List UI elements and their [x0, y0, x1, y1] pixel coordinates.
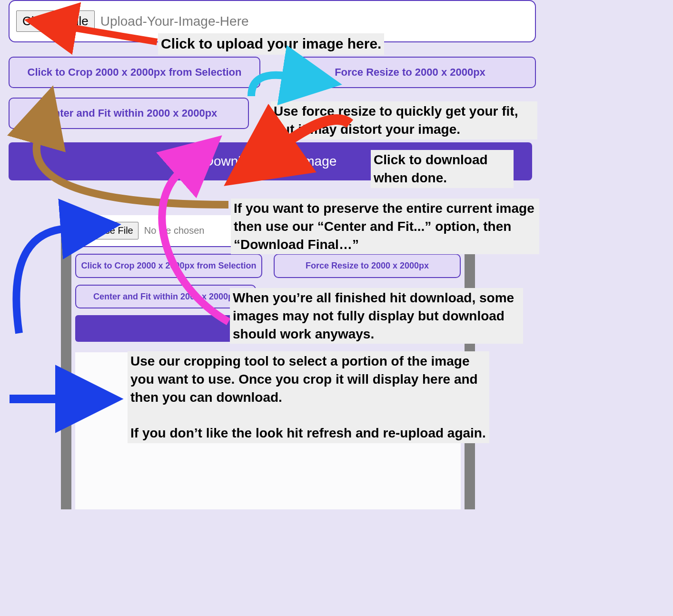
nested-upload-placeholder: No file chosen — [144, 225, 205, 236]
action-row-1: Click to Crop 2000 x 2000px from Selecti… — [9, 57, 536, 88]
upload-placeholder-text: Upload-Your-Image-Here — [100, 14, 249, 29]
annotation-center-fit: If you want to preserve the entire curre… — [231, 199, 539, 254]
force-resize-button[interactable]: Force Resize to 2000 x 2000px — [284, 57, 536, 88]
choose-file-button[interactable]: Choose File — [16, 10, 95, 32]
annotation-force-resize: Use force resize to quickly get your fit… — [271, 101, 537, 139]
nested-center-fit-button[interactable]: Center and Fit within 2000 x 2000px — [75, 285, 256, 309]
annotation-download: Click to download when done. — [371, 150, 514, 188]
nested-crop-button[interactable]: Click to Crop 2000 x 2000px from Selecti… — [75, 254, 262, 278]
nested-choose-file-button[interactable]: Choose File — [77, 222, 139, 239]
nested-action-row-1: Click to Crop 2000 x 2000px from Selecti… — [71, 254, 465, 278]
annotation-cropping: Use our cropping tool to select a portio… — [128, 351, 489, 443]
nested-force-resize-button[interactable]: Force Resize to 2000 x 2000px — [274, 254, 461, 278]
annotation-upload: Click to upload your image here. — [158, 33, 384, 55]
arrow-blue-choose — [16, 229, 67, 333]
annotation-finished: When you’re all finished hit download, s… — [230, 288, 523, 344]
center-fit-button[interactable]: Center and Fit within 2000 x 2000px — [9, 98, 249, 129]
crop-button[interactable]: Click to Crop 2000 x 2000px from Selecti… — [9, 57, 260, 88]
